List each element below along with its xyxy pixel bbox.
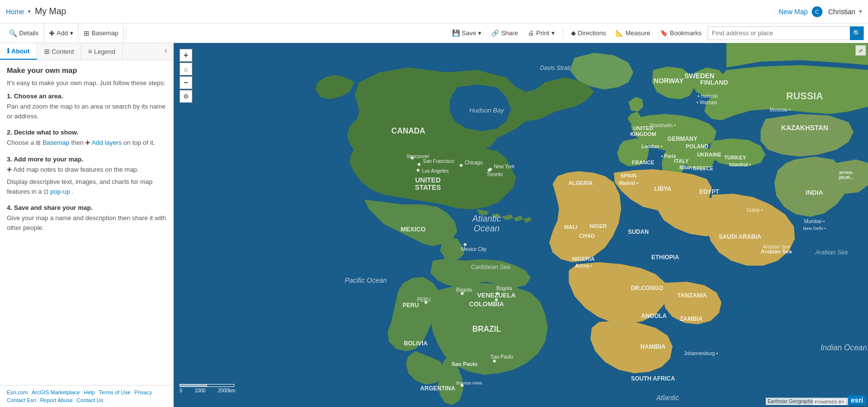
svg-text:Bogota: Bogota <box>457 287 472 293</box>
add-label: Add <box>57 29 68 37</box>
step-2-heading: Decide what to show. <box>14 129 78 136</box>
measure-label: Measure <box>625 29 650 37</box>
tab-content-label: Content <box>52 48 74 55</box>
share-icon: 🔗 <box>491 29 499 37</box>
footer-terms[interactable]: Terms of Use <box>99 389 131 395</box>
search-button[interactable]: 🔍 <box>850 26 864 40</box>
details-button[interactable]: 🔍 Details <box>4 23 44 43</box>
svg-text:ETHIOPIA: ETHIOPIA <box>651 254 679 261</box>
step-2-desc1: Choose a <box>7 139 36 146</box>
powered-by-text: POWERED BY <box>813 399 846 405</box>
tab-legend-label: Legend <box>94 48 115 55</box>
footer-report-abuse[interactable]: Report Abuse <box>40 397 73 403</box>
svg-text:NIGERIA: NIGERIA <box>572 256 595 262</box>
footer-help[interactable]: Help <box>84 389 95 395</box>
svg-text:Mumbai •: Mumbai • <box>804 219 825 224</box>
sidebar-footer: Esri.com ArcGIS Marketplace Help Terms o… <box>0 385 173 407</box>
content-icon: ⊞ <box>44 47 50 55</box>
svg-text:LIBYA: LIBYA <box>654 185 671 192</box>
svg-text:Indian Ocean: Indian Ocean <box>821 343 867 352</box>
user-dropdown-arrow[interactable]: ▾ <box>859 8 862 15</box>
svg-text:RUSSIA: RUSSIA <box>786 90 823 101</box>
search-box[interactable]: 🔍 <box>708 26 864 40</box>
share-button[interactable]: 🔗 Share <box>487 23 522 43</box>
home-link[interactable]: Home <box>6 8 24 16</box>
svg-point-81 <box>496 292 499 295</box>
zoom-in-button[interactable]: + <box>180 49 192 62</box>
search-input[interactable] <box>708 29 850 37</box>
new-map-button[interactable]: New Map <box>779 8 808 16</box>
sidebar-intro: It's easy to make your own map. Just fol… <box>7 79 166 87</box>
locate-button[interactable]: ⊙ <box>180 90 192 103</box>
sidebar: ℹ About ⊞ Content ≡ Legend ‹ Make your o… <box>0 43 174 407</box>
svg-point-79 <box>464 243 467 246</box>
toolbar: 🔍 Details ✚ Add ▾ ⊞ Basemap 💾 Save ▾ 🔗 S… <box>0 23 868 43</box>
scale-labels: 0 1000 2000km <box>180 388 235 393</box>
step-1-title: 1. Choose an area. <box>7 92 166 100</box>
svg-text:BOLIVIA: BOLIVIA <box>404 340 428 347</box>
scale-label-1000: 1000 <box>195 388 206 393</box>
add-button[interactable]: ✚ Add ▾ <box>44 23 79 43</box>
svg-text:Arabian Sea: Arabian Sea <box>762 244 790 249</box>
scale-line <box>180 384 235 387</box>
svg-text:KINGDOM: KINGDOM <box>630 131 656 137</box>
svg-text:NORWAY: NORWAY <box>654 77 684 85</box>
footer-contact-us[interactable]: Contact Us <box>77 397 103 403</box>
bookmarks-button[interactable]: 🔖 Bookmarks <box>656 23 706 43</box>
home-button[interactable]: ⌂ <box>180 63 192 75</box>
home-arrow: ▾ <box>28 8 31 15</box>
popup-link[interactable]: pop-up <box>50 188 70 195</box>
basemap-label: Basemap <box>91 29 118 37</box>
user-name[interactable]: Christian <box>828 8 855 16</box>
sidebar-content: Make your own map It's easy to make your… <box>0 60 173 385</box>
footer-privacy[interactable]: Privacy <box>135 389 152 395</box>
map-controls: + ⌂ − ⊙ <box>180 49 192 103</box>
svg-text:NIGER: NIGER <box>590 223 607 229</box>
svg-text:(BUR...: (BUR... <box>839 175 854 180</box>
add-layers-link[interactable]: Add layers <box>91 139 121 146</box>
svg-text:BRAZIL: BRAZIL <box>472 325 501 333</box>
tab-about[interactable]: ℹ About <box>0 43 37 60</box>
measure-button[interactable]: 📐 Measure <box>612 23 654 43</box>
print-button[interactable]: 🖨 Print ▾ <box>524 23 559 43</box>
esri-branding: POWERED BY esri <box>813 395 866 405</box>
svg-point-69 <box>417 169 420 172</box>
bookmarks-label: Bookmarks <box>670 29 702 37</box>
tab-about-label: About <box>11 47 30 55</box>
basemap-link[interactable]: Basemap <box>43 139 69 146</box>
svg-text:Sao Paulo: Sao Paulo <box>452 361 478 367</box>
step-2: 2. Decide what to show. Choose a ⊞ Basem… <box>7 129 166 148</box>
save-icon: 💾 <box>452 29 460 37</box>
directions-button[interactable]: ◆ Directions <box>567 23 610 43</box>
step-1-desc: Pan and zoom the map to an area or searc… <box>7 102 166 121</box>
map-expand-button[interactable]: ⤢ <box>855 45 866 56</box>
svg-text:PERU: PERU <box>417 297 431 302</box>
footer-contact-esri[interactable]: Contact Esri <box>7 397 36 403</box>
svg-text:POLAND: POLAND <box>685 143 708 149</box>
step-3-heading: Add more to your map. <box>14 156 83 163</box>
step-3-text1: Add map notes to draw features on the ma… <box>13 166 139 173</box>
save-button[interactable]: 💾 Save ▾ <box>448 23 486 43</box>
nav-left: Home ▾ My Map <box>6 6 66 17</box>
svg-text:Sao Paulo: Sao Paulo <box>491 354 514 360</box>
svg-text:EGYPT: EGYPT <box>699 188 719 195</box>
svg-text:Atlantic: Atlantic <box>472 214 501 224</box>
footer-esri[interactable]: Esri.com <box>7 389 28 395</box>
svg-text:Chicago: Chicago <box>465 160 483 165</box>
tab-content[interactable]: ⊞ Content <box>37 43 82 60</box>
sidebar-collapse-button[interactable]: ‹ <box>159 43 173 58</box>
basemap-icon: ⊞ <box>84 29 90 37</box>
footer-marketplace[interactable]: ArcGIS Marketplace <box>32 389 80 395</box>
map-container[interactable]: Atlantic Ocean Indian Ocean Pacific Ocea… <box>174 43 868 407</box>
popup-inline-icon: ⊡ <box>44 188 48 195</box>
basemap-button[interactable]: ⊞ Basemap <box>79 23 124 43</box>
tab-legend[interactable]: ≡ Legend <box>81 43 123 60</box>
svg-point-83 <box>495 298 498 301</box>
svg-text:ITALY: ITALY <box>674 158 689 164</box>
zoom-out-button[interactable]: − <box>180 76 192 89</box>
directions-label: Directions <box>578 29 606 37</box>
svg-text:San Francisco: San Francisco <box>423 158 455 164</box>
svg-text:COLOMBIA: COLOMBIA <box>469 300 504 308</box>
svg-text:KAZAKHSTAN: KAZAKHSTAN <box>781 124 828 132</box>
bookmarks-icon: 🔖 <box>660 29 668 37</box>
